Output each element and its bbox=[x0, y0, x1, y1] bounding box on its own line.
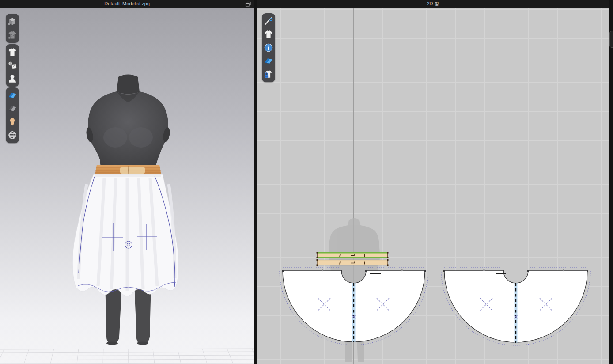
scene-2d bbox=[257, 8, 609, 364]
skirt-panel-right[interactable] bbox=[441, 268, 590, 345]
pattern-info-icon[interactable] bbox=[262, 41, 275, 54]
garment-fit-map-icon[interactable] bbox=[6, 28, 19, 42]
fabric-back-icon[interactable] bbox=[6, 102, 19, 115]
viewport-3d[interactable] bbox=[0, 8, 254, 364]
show-garment-icon[interactable] bbox=[6, 46, 19, 59]
toolbar-3d-display bbox=[6, 87, 19, 143]
show-garment-icon[interactable] bbox=[262, 28, 275, 41]
wireframe-globe-icon[interactable] bbox=[6, 129, 19, 142]
fabric-texture-icon[interactable] bbox=[262, 54, 275, 68]
panel-3d: Default_Modelist.zprj bbox=[0, 0, 254, 364]
toolbar-3d-show bbox=[6, 44, 19, 87]
avatar-head-icon[interactable] bbox=[6, 115, 19, 129]
waistband-strip-bottom[interactable] bbox=[317, 259, 389, 266]
panel-2d: 2D 창 bbox=[257, 0, 609, 364]
scene-3d bbox=[0, 8, 254, 364]
lock-pattern-icon[interactable] bbox=[262, 68, 275, 81]
collapsed-panel-handle[interactable] bbox=[609, 31, 613, 48]
toolbar-3d-render bbox=[6, 14, 19, 43]
avatar-torso[interactable] bbox=[85, 75, 171, 168]
pattern-label-right bbox=[496, 273, 506, 274]
toolbar-2d bbox=[262, 13, 275, 82]
clo3d-workspace: Default_Modelist.zprj bbox=[0, 0, 613, 364]
garment-skirt[interactable] bbox=[72, 174, 178, 296]
floor-grid bbox=[0, 349, 254, 364]
viewport-2d[interactable] bbox=[257, 8, 609, 364]
pin-tack-icon[interactable] bbox=[6, 59, 19, 72]
waistband-strip-top[interactable] bbox=[317, 252, 389, 258]
sewing-needle-icon[interactable] bbox=[262, 15, 275, 28]
show-avatar-icon[interactable] bbox=[6, 72, 19, 85]
render-style-cube-icon[interactable] bbox=[6, 15, 19, 28]
panel-3d-titlebar[interactable]: Default_Modelist.zprj bbox=[0, 0, 254, 8]
panel-2d-titlebar[interactable]: 2D 창 bbox=[257, 0, 609, 8]
pattern-label-left bbox=[370, 273, 381, 274]
panel-2d-title: 2D 창 bbox=[427, 0, 439, 8]
panel-3d-title: Default_Modelist.zprj bbox=[104, 0, 150, 8]
fabric-front-icon[interactable] bbox=[6, 89, 19, 102]
float-window-icon[interactable] bbox=[245, 1, 251, 7]
garment-waistband[interactable] bbox=[95, 165, 161, 175]
